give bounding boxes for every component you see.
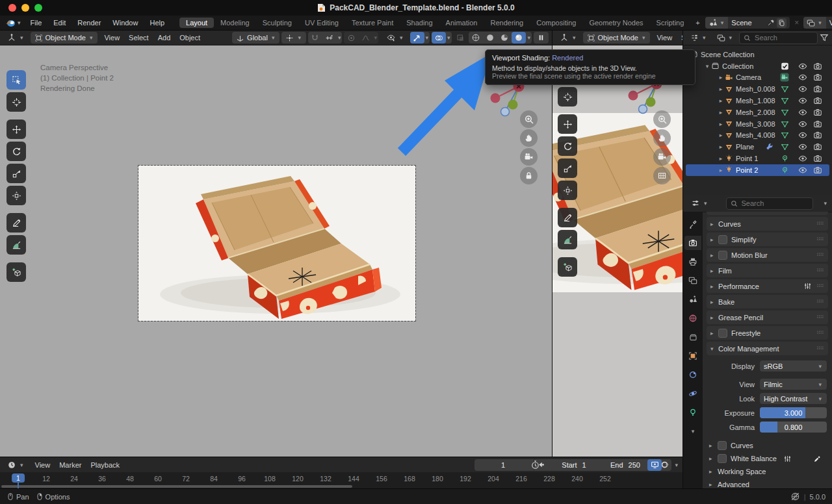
viewport2-nav-grid[interactable] xyxy=(653,167,671,184)
properties-tab-collection[interactable] xyxy=(684,330,701,344)
panel-motion-blur[interactable]: ▸ Motion Blur xyxy=(707,248,828,262)
3d-viewport-main[interactable]: Camera Perspective (1) Collection | Poin… xyxy=(0,45,552,457)
drag-handle-icon[interactable] xyxy=(816,281,824,291)
sync-chevron-icon[interactable]: ▾ xyxy=(664,462,670,468)
panel-simplify[interactable]: ▸ Simplify xyxy=(707,233,828,246)
tool-cursor[interactable] xyxy=(6,92,26,112)
disable-render-toggle[interactable] xyxy=(813,62,822,71)
tool-measure[interactable] xyxy=(6,235,26,255)
panel-checkbox[interactable] xyxy=(718,251,727,260)
scene-selector[interactable]: ▾ Scene xyxy=(705,17,790,29)
disable-render-toggle[interactable] xyxy=(813,120,822,129)
display-mode-button[interactable]: ▾ xyxy=(713,32,738,44)
outliner-row-mesh-0-008[interactable]: ▸Mesh_0.008 xyxy=(686,83,829,95)
hide-viewport-toggle[interactable] xyxy=(798,154,807,163)
drag-handle-icon[interactable] xyxy=(816,297,824,307)
viewport-menu-object[interactable]: Object xyxy=(175,34,205,42)
timeline-editor-button[interactable]: ▾ xyxy=(3,459,29,471)
subpanel-white-balance[interactable]: ▸ White Balance xyxy=(708,452,827,465)
expand-chevron-icon[interactable]: ▸ xyxy=(717,109,725,116)
properties-tab-world[interactable] xyxy=(684,311,701,325)
tool-scale[interactable] xyxy=(558,158,577,178)
tool-move[interactable] xyxy=(558,114,577,134)
wireframe-shading-icon[interactable] xyxy=(469,32,483,44)
drag-handle-icon[interactable] xyxy=(816,219,824,229)
subpanel-advanced[interactable]: ▸ Advanced xyxy=(708,478,827,488)
visibility-dropdown[interactable]: ▾ xyxy=(382,32,408,44)
tool-move[interactable] xyxy=(6,120,26,139)
disable-render-toggle[interactable] xyxy=(813,166,822,175)
disable-render-toggle[interactable] xyxy=(813,131,822,140)
subpanel-working-space[interactable]: ▸ Working Space xyxy=(708,465,827,478)
timeline-editor[interactable]: ▾ ViewMarkerPlayback ▾ ▾ ▾ 1 Start1 End2… xyxy=(0,457,682,488)
expand-chevron-icon[interactable]: ▸ xyxy=(717,97,725,104)
properties-tab-render[interactable] xyxy=(684,236,701,250)
mode-dropdown-2[interactable]: Object Mode▾ xyxy=(583,32,651,44)
tab-sculpting[interactable]: Sculpting xyxy=(256,18,298,28)
tool-select-box[interactable] xyxy=(6,70,26,90)
drag-handle-icon[interactable] xyxy=(816,328,824,338)
hide-viewport-toggle[interactable] xyxy=(798,131,807,140)
mode-dropdown[interactable]: Object Mode▾ xyxy=(31,32,98,44)
tab-texture-paint[interactable]: Texture Paint xyxy=(345,18,400,28)
disable-render-toggle[interactable] xyxy=(813,142,822,151)
sync-playback-button[interactable] xyxy=(647,459,662,471)
expand-chevron-icon[interactable]: ▸ xyxy=(717,86,725,92)
tab-modeling[interactable]: Modeling xyxy=(214,18,256,28)
timeline-scrollbar[interactable] xyxy=(1,485,352,488)
panel-performance[interactable]: ▸ Performance xyxy=(707,279,828,293)
xray-icon[interactable] xyxy=(454,32,467,44)
end-frame-field[interactable]: End250 xyxy=(597,459,654,471)
drag-handle-icon[interactable] xyxy=(816,344,824,353)
material-preview-icon[interactable] xyxy=(497,32,512,44)
shading-chevron-icon[interactable]: ▾ xyxy=(526,34,532,41)
start-frame-field[interactable]: Start1 xyxy=(545,459,603,471)
panel-color-management[interactable]: ▾ Color Management xyxy=(707,342,828,355)
disable-render-toggle[interactable] xyxy=(813,84,822,94)
menu-file[interactable]: File xyxy=(25,19,48,27)
tab-scripting[interactable]: Scripting xyxy=(650,18,691,28)
editor-type-button[interactable]: ▾ xyxy=(3,32,29,44)
tool-scale[interactable] xyxy=(6,164,26,183)
panel-curves[interactable]: ▸ Curves xyxy=(707,217,828,231)
menu-window[interactable]: Window xyxy=(107,19,144,27)
timeline-menu-playback[interactable]: Playback xyxy=(86,461,124,469)
outliner-row-collection[interactable]: ▾Collection xyxy=(686,60,829,72)
unlink-scene-icon[interactable]: × xyxy=(792,18,801,27)
gamma-slider[interactable]: 0.800 xyxy=(760,422,827,433)
hide-viewport-toggle[interactable] xyxy=(798,142,807,151)
properties-tabs-overflow-chevron-icon[interactable]: ▾ xyxy=(690,428,696,435)
tool-transform[interactable] xyxy=(6,186,26,205)
tool-rotate[interactable] xyxy=(6,142,26,161)
properties-tab-tool[interactable] xyxy=(684,217,701,231)
properties-tab-view-layer[interactable] xyxy=(684,273,701,288)
panel-film[interactable]: ▸ Film xyxy=(707,264,828,277)
viewport2-nav-hand[interactable] xyxy=(653,129,671,147)
viewport2-menu-select[interactable]: Select xyxy=(677,34,682,42)
auto-keying-chevron-icon[interactable]: ▾ xyxy=(673,462,679,468)
outliner-row-mesh-1-008[interactable]: ▸Mesh_1.008 xyxy=(686,95,829,107)
solid-shading-icon[interactable] xyxy=(483,32,497,44)
stopwatch-icon[interactable] xyxy=(530,460,540,470)
properties-tab-physics[interactable] xyxy=(684,386,701,401)
properties-tab-object-data[interactable] xyxy=(684,405,701,420)
eyedropper-icon[interactable] xyxy=(813,455,822,463)
hide-viewport-toggle[interactable] xyxy=(798,120,807,129)
disable-render-toggle[interactable] xyxy=(813,154,822,163)
tab-compositing[interactable]: Compositing xyxy=(530,18,582,28)
hide-viewport-toggle[interactable] xyxy=(798,108,807,117)
menu-render[interactable]: Render xyxy=(72,19,107,27)
display-dropdown[interactable]: sRGB▾ xyxy=(760,360,827,372)
falloff-icon[interactable] xyxy=(358,32,372,44)
overlays-chevron-icon[interactable]: ▾ xyxy=(446,34,452,41)
disable-render-toggle[interactable] xyxy=(813,96,822,105)
subpanel-checkbox[interactable] xyxy=(718,454,727,463)
properties-search[interactable] xyxy=(726,197,813,210)
viewport-nav-lock[interactable] xyxy=(520,167,538,184)
viewlayer-browse-button[interactable]: ▾ xyxy=(803,17,826,29)
subpanel-curves[interactable]: ▸ Curves xyxy=(708,439,827,452)
expand-chevron-icon[interactable]: ▸ xyxy=(717,144,725,150)
outliner-editor-button[interactable]: ▾ xyxy=(686,32,711,44)
expand-chevron-icon[interactable]: ▸ xyxy=(717,167,725,173)
pin-icon[interactable] xyxy=(767,19,775,27)
